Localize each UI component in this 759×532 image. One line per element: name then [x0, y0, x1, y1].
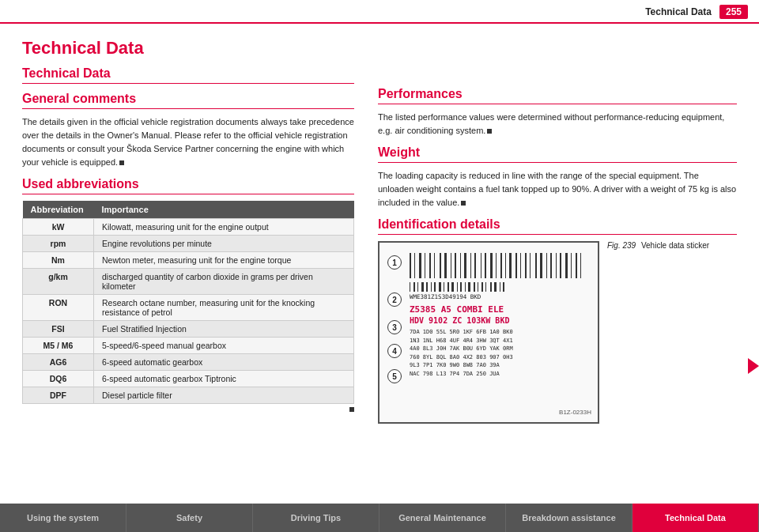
- general-comments-text: The details given in the official vehicl…: [22, 115, 354, 169]
- fig-label: Fig. 239 Vehicle data sticker: [607, 241, 709, 250]
- table-cell-importance: Fuel Stratified Injection: [94, 321, 354, 338]
- table-cell-abbreviation: DQ6: [23, 371, 94, 387]
- weight-text: The loading capacity is reduced in line …: [378, 169, 737, 209]
- table-cell-abbreviation: RON: [23, 295, 94, 321]
- footer-navigation: Using the system Safety Driving Tips Gen…: [0, 504, 759, 532]
- stop-marker-weight: [461, 201, 466, 206]
- sticker-num-3: 3: [387, 320, 402, 334]
- table-row: FSIFuel Stratified Injection: [23, 321, 354, 338]
- sticker-engine-line: HDV 9102 ZC 103KW BKD: [410, 315, 588, 326]
- id-details-container: 1 2 3 4 5 WME381Z1S3D49194 BKD Z5385 A5 …: [378, 241, 737, 424]
- table-cell-importance: discharged quantity of carbon dioxide in…: [94, 269, 354, 295]
- header-title: Technical Data: [645, 6, 712, 17]
- section-weight-title: Weight: [378, 145, 737, 163]
- sticker-code: B1Z-0233H: [386, 409, 591, 416]
- table-cell-importance: 6-speed automatic gearbox: [94, 354, 354, 371]
- table-cell-importance: 6-speed automatic gearbox Tiptronic: [94, 371, 354, 387]
- table-row: DPFDiesel particle filter: [23, 387, 354, 404]
- page-title: Technical Data: [22, 38, 354, 58]
- footer-tab-technical-data[interactable]: Technical Data: [632, 504, 759, 532]
- table-cell-importance: Engine revolutions per minute: [94, 236, 354, 252]
- footer-tab-safety[interactable]: Safety: [126, 504, 253, 532]
- table-row: RONResearch octane number, measuring uni…: [23, 295, 354, 321]
- table-cell-abbreviation: g/km: [23, 269, 94, 295]
- table-cell-abbreviation: Nm: [23, 252, 94, 269]
- footer-tab-using-system[interactable]: Using the system: [0, 504, 126, 532]
- table-row: kWKilowatt, measuring unit for the engin…: [23, 219, 354, 236]
- sticker-model-line: Z5385 A5 COMBI ELE: [410, 304, 588, 315]
- next-arrow-icon[interactable]: [748, 358, 759, 374]
- sticker-num-1: 1: [387, 255, 402, 270]
- abbreviations-table: Abbreviation Importance kWKilowatt, meas…: [22, 201, 354, 404]
- table-row: M5 / M65-speed/6-speed manual gearbox: [23, 338, 354, 354]
- col-header-abbreviation: Abbreviation: [23, 201, 94, 219]
- section-id-details-title: Identification details: [378, 217, 737, 235]
- page-header: Technical Data 255: [0, 0, 759, 24]
- sticker-options-block: 7DA 1D0 55L 5R0 1KF 6FB 1A0 BK0 1N3 1NL …: [410, 328, 588, 378]
- stop-marker: [119, 160, 124, 165]
- table-cell-abbreviation: kW: [23, 219, 94, 236]
- sticker-inner: 1 2 3 4 5 WME381Z1S3D49194 BKD Z5385 A5 …: [386, 249, 591, 407]
- performances-text: The listed performance values were deter…: [378, 111, 737, 138]
- table-row: rpmEngine revolutions per minute: [23, 236, 354, 252]
- table-cell-importance: 5-speed/6-speed manual gearbox: [94, 338, 354, 354]
- table-cell-importance: Research octane number, measuring unit f…: [94, 295, 354, 321]
- vehicle-sticker: 1 2 3 4 5 WME381Z1S3D49194 BKD Z5385 A5 …: [378, 241, 599, 424]
- sticker-text-block: WME381Z1S3D49194 BKD Z5385 A5 COMBI ELE …: [410, 293, 588, 378]
- fig-caption-block: Fig. 239 Vehicle data sticker: [607, 241, 709, 266]
- right-column: Performances The listed performance valu…: [378, 38, 737, 490]
- sticker-vin-line: WME381Z1S3D49194 BKD: [410, 293, 588, 302]
- stop-marker-perf: [487, 129, 492, 134]
- table-cell-abbreviation: FSI: [23, 321, 94, 338]
- table-cell-abbreviation: AG6: [23, 354, 94, 371]
- table-cell-abbreviation: rpm: [23, 236, 94, 252]
- table-row: NmNewton meter, measuring unit for the e…: [23, 252, 354, 269]
- main-content: Technical Data Technical Data General co…: [0, 24, 759, 490]
- section-general-comments-title: General comments: [22, 92, 354, 109]
- table-cell-abbreviation: M5 / M6: [23, 338, 94, 354]
- table-stop-marker: [349, 407, 354, 412]
- col-header-importance: Importance: [94, 201, 354, 219]
- sticker-num-5: 5: [387, 369, 402, 383]
- sticker-num-2: 2: [387, 292, 402, 307]
- section-performances-title: Performances: [378, 87, 737, 104]
- section-abbreviations-title: Used abbreviations: [22, 177, 354, 194]
- page-number: 255: [719, 5, 748, 19]
- table-cell-abbreviation: DPF: [23, 387, 94, 404]
- left-column: Technical Data Technical Data General co…: [22, 38, 354, 490]
- sticker-num-4: 4: [387, 344, 402, 358]
- table-cell-importance: Kilowatt, measuring unit for the engine …: [94, 219, 354, 236]
- footer-tab-breakdown[interactable]: Breakdown assistance: [506, 504, 632, 532]
- table-row: g/kmdischarged quantity of carbon dioxid…: [23, 269, 354, 295]
- table-row: DQ66-speed automatic gearbox Tiptronic: [23, 371, 354, 387]
- table-row: AG66-speed automatic gearbox: [23, 354, 354, 371]
- footer-tab-driving-tips[interactable]: Driving Tips: [253, 504, 380, 532]
- section-technical-data-title: Technical Data: [22, 66, 354, 84]
- footer-tab-general-maintenance[interactable]: General Maintenance: [380, 504, 506, 532]
- table-cell-importance: Newton meter, measuring unit for the eng…: [94, 252, 354, 269]
- table-cell-importance: Diesel particle filter: [94, 387, 354, 404]
